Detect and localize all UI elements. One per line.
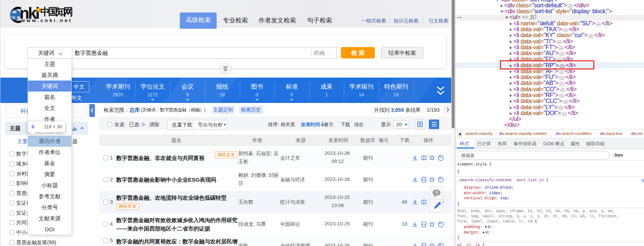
svg-text:”: ”: [439, 243, 441, 246]
svg-text:?: ?: [435, 190, 438, 196]
svg-text:”: ”: [439, 177, 441, 183]
svg-text:”: ”: [439, 155, 441, 161]
svg-text:”: ”: [439, 222, 441, 228]
